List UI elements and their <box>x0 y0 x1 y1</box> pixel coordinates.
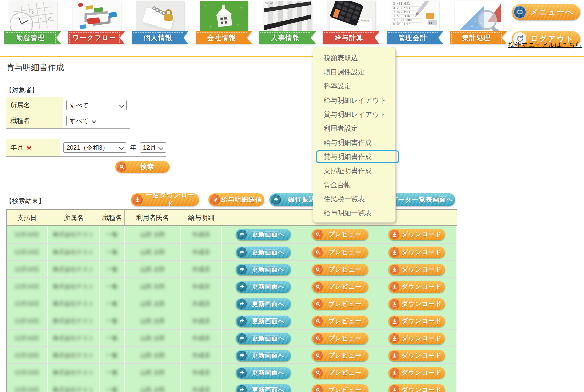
nav-item-3-notebook-lock[interactable]: 個人情報 <box>132 1 188 44</box>
row-button-arrow[interactable]: 更新画面へ <box>236 281 291 293</box>
row-button-magnifier[interactable]: プレビュー <box>312 367 368 379</box>
menu-item-11[interactable]: 住民税一覧表 <box>313 192 395 206</box>
menu-item-9[interactable]: 支払証明書作成 <box>313 164 395 178</box>
download-icon <box>132 194 143 205</box>
magnifier-icon <box>313 282 323 292</box>
redacted-text: 作成済 <box>192 265 210 273</box>
row-button-download[interactable]: ダウンロード <box>388 384 445 392</box>
row-button-arrow[interactable]: 更新画面へ <box>236 246 291 258</box>
cell-1-redacted: 12月10日 <box>7 295 48 312</box>
cell-2-redacted: 株式会社テスト <box>48 226 100 243</box>
redacted-text: 山田 太郎 <box>140 386 165 392</box>
row-button-arrow[interactable]: 更新画面へ <box>236 298 291 310</box>
menu-item-6[interactable]: 利用者設定 <box>313 121 395 136</box>
cell-1-redacted: 12月10日 <box>7 364 48 381</box>
nav-item-6-calculator[interactable]: 給与所得業給与計算 <box>323 1 379 44</box>
row-button-magnifier[interactable]: プレビュー <box>312 332 368 344</box>
arrow-icon <box>271 194 281 205</box>
row-button-magnifier[interactable]: プレビュー <box>312 264 368 275</box>
row-button-download[interactable]: ダウンロード <box>388 315 445 327</box>
row-button-download[interactable]: ダウンロード <box>388 246 445 258</box>
nav-item-7-ledger-pen[interactable]: 1,431.0514,284.9933,077.6031,588.11611,6… <box>387 1 443 44</box>
row-button-magnifier[interactable]: プレビュー <box>312 281 368 293</box>
manual-link[interactable]: 操作マニュアルはこちら <box>508 41 582 50</box>
menu-item-2[interactable]: 項目属性設定 <box>313 65 395 79</box>
arrow-icon <box>237 299 247 309</box>
row-button-arrow[interactable]: 更新画面へ <box>236 332 291 344</box>
redacted-text: 山田 太郎 <box>140 334 165 342</box>
redacted-text: 山田 太郎 <box>140 231 165 239</box>
row-button-download[interactable]: ダウンロード <box>388 264 445 275</box>
nav-item-1-calendar-clock[interactable]: 161789勤怠管理 <box>4 1 61 44</box>
row-button-download[interactable]: ダウンロード <box>388 229 445 240</box>
nav-item-4-house[interactable]: 会社情報 <box>196 1 252 44</box>
row-button-download[interactable]: ダウンロード <box>388 281 445 293</box>
row-button-magnifier[interactable]: プレビュー <box>312 229 368 240</box>
row-button-magnifier[interactable]: プレビュー <box>312 246 368 258</box>
cell-4-redacted: 山田 太郎 <box>125 244 181 260</box>
svg-text:17: 17 <box>47 17 52 21</box>
redacted-text: 12月10日 <box>14 334 39 342</box>
nav-item-5-files[interactable]: 030303人事情報 <box>259 1 316 44</box>
row-button-download[interactable]: ダウンロード <box>388 332 445 344</box>
year-suffix: 年 <box>130 143 136 152</box>
redacted-text: 作成済 <box>192 300 210 308</box>
redacted-text: 作成済 <box>192 351 210 359</box>
row-button-arrow[interactable]: 更新画面へ <box>236 350 291 361</box>
redacted-text: 一般 <box>106 248 118 256</box>
menu-item-10[interactable]: 賃金台帳 <box>313 178 395 192</box>
row-button-arrow[interactable]: 更新画面へ <box>236 367 291 379</box>
menu-item-7[interactable]: 給与明細書作成 <box>313 136 395 150</box>
nav-item-8-chart-magnifier[interactable]: 集計処理 <box>450 1 507 44</box>
cell-2-redacted: 株式会社テスト <box>48 261 100 277</box>
column-header-4: 利用者氏名 <box>125 210 181 225</box>
row-button-arrow[interactable]: 更新画面へ <box>236 384 291 392</box>
download-icon <box>390 368 399 378</box>
menu-item-5[interactable]: 賞与明細レイアウト <box>313 107 395 121</box>
row-button-magnifier[interactable]: プレビュー <box>312 315 368 327</box>
row-button-label: プレビュー <box>323 351 368 360</box>
redacted-text: 山田 太郎 <box>140 265 165 273</box>
row-button-label: ダウンロード <box>399 334 445 342</box>
page-title: 賞与明細書作成 <box>6 62 64 73</box>
menu-item-3[interactable]: 料率設定 <box>313 79 395 93</box>
menu-item-4[interactable]: 給与明細レイアウト <box>313 93 395 107</box>
send-icon <box>210 194 220 205</box>
department-select[interactable]: すべて <box>66 100 127 110</box>
arrow-icon <box>237 230 247 239</box>
workflow-image <box>73 1 121 33</box>
row-button-download[interactable]: ダウンロード <box>388 350 445 361</box>
row-button-label: 更新画面へ <box>247 230 291 239</box>
nav-item-2-workflow[interactable]: ワークフロー <box>68 1 125 44</box>
svg-text:03: 03 <box>275 1 277 4</box>
menu-button[interactable]: メニューへ <box>512 4 580 20</box>
cell-5-redacted: 作成済 <box>181 330 222 346</box>
menu-item-12[interactable]: 給与明細一覧表 <box>313 206 395 220</box>
row-button-arrow[interactable]: 更新画面へ <box>236 229 291 240</box>
row-button-magnifier[interactable]: プレビュー <box>312 384 368 392</box>
table-row: 12月10日株式会社テスト一般山田 太郎作成済更新画面へプレビューダウンロード <box>7 295 457 312</box>
download-icon <box>390 333 399 343</box>
divider-line <box>0 56 584 57</box>
jobtype-select[interactable]: すべて <box>66 116 99 126</box>
cell-1-redacted: 12月10日 <box>7 278 48 295</box>
year-select[interactable]: 2021（令和3） <box>63 142 126 153</box>
row-button-arrow[interactable]: 更新画面へ <box>236 315 291 327</box>
download-icon <box>390 230 399 239</box>
cell-2-redacted: 株式会社テスト <box>48 278 100 295</box>
row-button-magnifier[interactable]: プレビュー <box>312 350 368 361</box>
menu-item-1[interactable]: 税額表取込 <box>313 51 395 65</box>
month-select[interactable]: 12月 <box>140 142 166 153</box>
cell-4-redacted: 山田 太郎 <box>125 364 181 381</box>
search-button[interactable]: 検索 <box>115 161 170 173</box>
notebook-lock-image <box>136 1 184 33</box>
row-button-download[interactable]: ダウンロード <box>388 367 445 379</box>
arrow-icon <box>237 316 247 326</box>
menu-item-8[interactable]: 賞与明細書作成 <box>313 150 395 164</box>
row-button-magnifier[interactable]: プレビュー <box>312 298 368 310</box>
action-button-1[interactable]: 一括ダウンロード <box>131 193 199 206</box>
action-button-2[interactable]: 給与明細送信 <box>208 193 264 206</box>
row-button-download[interactable]: ダウンロード <box>388 298 445 310</box>
row-button-arrow[interactable]: 更新画面へ <box>236 264 291 275</box>
svg-text:03: 03 <box>270 2 273 4</box>
